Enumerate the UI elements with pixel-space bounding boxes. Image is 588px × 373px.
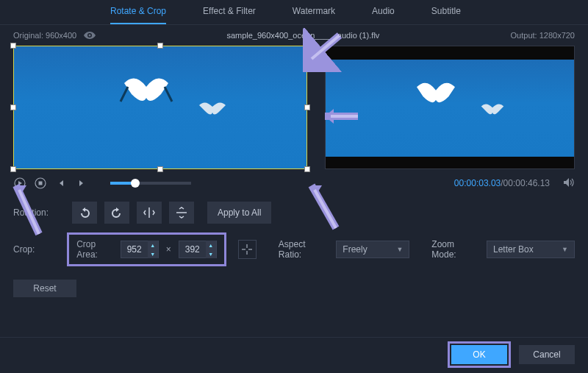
flip-vertical-icon[interactable] <box>169 202 194 224</box>
flip-horizontal-icon[interactable] <box>137 202 162 224</box>
crop-handle[interactable] <box>157 43 163 49</box>
crop-row: Crop: Crop Area: 952 ▲▼ × 392 ▲▼ Aspect … <box>0 231 588 274</box>
aspect-ratio-label: Aspect Ratio: <box>279 239 329 260</box>
svg-rect-3 <box>39 182 43 185</box>
tab-rotate-crop[interactable]: Rotate & Crop <box>110 6 166 24</box>
slider-thumb[interactable] <box>131 179 140 188</box>
playback-slider[interactable] <box>110 182 191 185</box>
center-crop-icon[interactable] <box>238 240 257 259</box>
aspect-ratio-select[interactable]: Freely ▼ <box>336 241 409 258</box>
crop-handle[interactable] <box>10 104 16 110</box>
tab-audio[interactable]: Audio <box>372 6 395 24</box>
stop-icon[interactable] <box>34 177 47 190</box>
chevron-down-icon: ▼ <box>396 246 403 253</box>
rotation-label: Rotation: <box>13 207 65 218</box>
ok-button[interactable]: OK <box>451 345 507 364</box>
tab-effect-filter[interactable]: Effect & Filter <box>203 6 256 24</box>
playback-controls: 00:00:03.03/00:00:46.13 <box>0 169 588 194</box>
zoom-mode-value: Letter Box <box>493 244 534 255</box>
info-bar: Original: 960x400 sample_960x400_ocean__… <box>0 25 588 46</box>
crop-height-value: 392 <box>179 244 206 255</box>
chevron-down-icon: ▼ <box>562 246 568 253</box>
crop-width-value: 952 <box>121 244 148 255</box>
play-icon[interactable] <box>13 177 26 190</box>
rotate-left-icon[interactable] <box>72 202 97 224</box>
footer-divider <box>0 337 588 338</box>
tab-watermark[interactable]: Watermark <box>293 6 335 24</box>
preview-original[interactable] <box>13 46 307 169</box>
crop-selection-box[interactable] <box>13 46 307 169</box>
prev-frame-icon[interactable] <box>54 177 68 190</box>
crop-handle[interactable] <box>157 166 163 172</box>
original-dimensions: Original: 960x400 <box>13 31 76 40</box>
tab-bar: Rotate & Crop Effect & Filter Watermark … <box>0 0 588 25</box>
volume-icon[interactable] <box>563 177 575 190</box>
rotation-row: Rotation: Apply to All <box>0 194 588 231</box>
filename-label: sample_960x400_ocean_____audio (1).flv <box>103 31 503 40</box>
aspect-ratio-value: Freely <box>343 244 367 255</box>
zoom-mode-label: Zoom Mode: <box>431 239 479 260</box>
bird-shape <box>117 68 176 113</box>
preview-area <box>0 46 588 169</box>
crop-handle[interactable] <box>10 43 16 49</box>
crop-label: Crop: <box>13 244 62 255</box>
current-time: 00:00:03.03 <box>454 178 501 188</box>
crop-width-input[interactable]: 952 ▲▼ <box>121 241 159 258</box>
crop-handle[interactable] <box>304 104 310 110</box>
time-display: 00:00:03.03/00:00:46.13 <box>454 178 550 188</box>
crop-height-input[interactable]: 392 ▲▼ <box>179 241 217 258</box>
preview-output <box>325 46 575 169</box>
bird-shape-small <box>198 98 227 118</box>
crop-area-label: Crop Area: <box>76 239 112 260</box>
reset-button[interactable]: Reset <box>13 280 76 297</box>
rotation-buttons <box>72 202 194 224</box>
bird-shape-small <box>480 100 505 118</box>
width-steppers[interactable]: ▲▼ <box>148 241 158 258</box>
svg-point-0 <box>89 35 91 37</box>
crop-handle[interactable] <box>10 166 16 172</box>
zoom-mode-select[interactable]: Letter Box ▼ <box>487 241 575 258</box>
next-frame-icon[interactable] <box>75 177 88 190</box>
total-time: /00:00:46.13 <box>501 178 550 188</box>
crop-handle[interactable] <box>304 43 310 49</box>
rotate-right-icon[interactable] <box>104 202 129 224</box>
bird-shape <box>410 74 462 113</box>
times-symbol: × <box>163 244 174 255</box>
slider-fill <box>110 182 132 185</box>
height-steppers[interactable]: ▲▼ <box>206 241 216 258</box>
eye-icon[interactable] <box>84 29 96 41</box>
cancel-button[interactable]: Cancel <box>519 345 575 364</box>
crop-area-highlight: Crop Area: 952 ▲▼ × 392 ▲▼ <box>67 232 226 266</box>
apply-to-all-button[interactable]: Apply to All <box>207 202 271 224</box>
output-dimensions: Output: 1280x720 <box>511 31 575 40</box>
tab-subtitle[interactable]: Subtitle <box>431 6 461 24</box>
crop-handle[interactable] <box>304 166 310 172</box>
footer-buttons: OK Cancel <box>451 345 575 364</box>
